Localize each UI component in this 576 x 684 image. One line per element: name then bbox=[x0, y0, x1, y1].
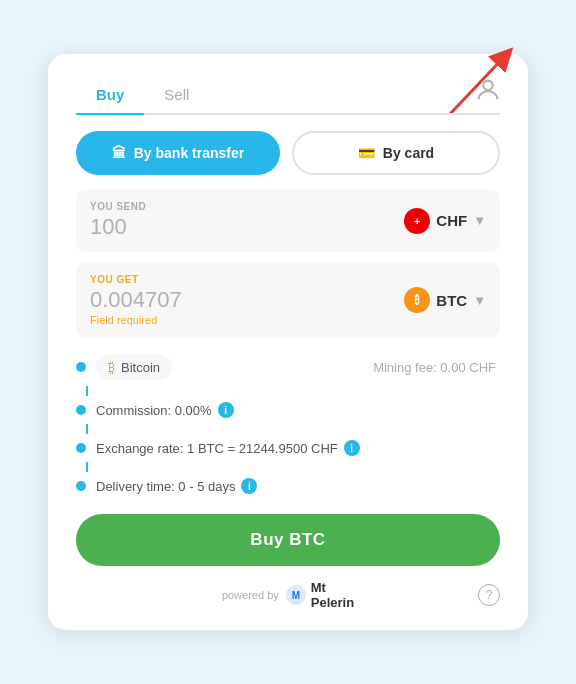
commission-info-icon[interactable]: i bbox=[218, 402, 234, 418]
receive-currency-label: BTC bbox=[436, 292, 467, 309]
send-currency-label: CHF bbox=[436, 212, 467, 229]
bank-icon: 🏛 bbox=[112, 145, 126, 161]
receive-currency-selector[interactable]: ₿ BTC ▼ bbox=[404, 287, 486, 313]
timeline-line-1 bbox=[86, 386, 88, 396]
help-button[interactable]: ? bbox=[478, 584, 500, 606]
timeline-dot-2 bbox=[76, 405, 86, 415]
exchange-rate-info-icon[interactable]: i bbox=[344, 440, 360, 456]
card-button[interactable]: 💳 By card bbox=[292, 131, 500, 175]
delivery-time-text: Delivery time: 0 - 5 days bbox=[96, 479, 235, 494]
timeline-section: ₿ Bitcoin Mining fee: 0.00 CHF Commissio… bbox=[76, 348, 500, 500]
footer: powered by M MtPelerin ? bbox=[76, 580, 500, 610]
send-value: 100 bbox=[90, 214, 146, 240]
buy-button[interactable]: Buy BTC bbox=[76, 514, 500, 566]
btc-flag-icon: ₿ bbox=[404, 287, 430, 313]
bank-label: By bank transfer bbox=[134, 145, 244, 161]
commission-info: Commission: 0.00% i bbox=[96, 402, 234, 418]
receive-value: 0.004707 bbox=[90, 287, 182, 313]
timeline-dot-4 bbox=[76, 481, 86, 491]
tabs-container: Buy Sell bbox=[76, 78, 500, 115]
field-required-text: Field required bbox=[90, 314, 182, 326]
bitcoin-tag: ₿ Bitcoin bbox=[96, 354, 172, 380]
send-currency-selector[interactable]: + CHF ▼ bbox=[404, 208, 486, 234]
send-field: YOU SEND 100 + CHF ▼ bbox=[76, 189, 500, 252]
mt-pelerin-logo: M MtPelerin bbox=[285, 580, 354, 610]
send-field-left: YOU SEND 100 bbox=[90, 201, 146, 240]
mt-pelerin-icon: M bbox=[285, 584, 307, 606]
mining-fee-text: Mining fee: 0.00 CHF bbox=[373, 360, 500, 375]
send-chevron-icon: ▼ bbox=[473, 213, 486, 228]
powered-by-text: powered by bbox=[222, 589, 279, 601]
tab-buy[interactable]: Buy bbox=[76, 78, 144, 113]
timeline-connector-3 bbox=[82, 462, 500, 472]
timeline-connector-1 bbox=[82, 386, 500, 396]
exchange-rate-text: Exchange rate: 1 BTC = 21244.9500 CHF bbox=[96, 441, 338, 456]
tab-sell[interactable]: Sell bbox=[144, 78, 209, 113]
receive-field: YOU GET 0.004707 Field required ₿ BTC ▼ bbox=[76, 262, 500, 338]
payment-methods: 🏛 By bank transfer 💳 By card bbox=[76, 131, 500, 175]
chf-flag-icon: + bbox=[404, 208, 430, 234]
delivery-time-info: Delivery time: 0 - 5 days i bbox=[96, 478, 257, 494]
timeline-connector-2 bbox=[82, 424, 500, 434]
card-icon: 💳 bbox=[358, 145, 375, 161]
receive-label: YOU GET bbox=[90, 274, 182, 285]
svg-text:M: M bbox=[292, 590, 300, 601]
bitcoin-row: ₿ Bitcoin Mining fee: 0.00 CHF bbox=[76, 348, 500, 386]
delivery-time-info-icon[interactable]: i bbox=[241, 478, 257, 494]
exchange-rate-info: Exchange rate: 1 BTC = 21244.9500 CHF i bbox=[96, 440, 360, 456]
commission-row: Commission: 0.00% i bbox=[76, 396, 500, 424]
timeline-dot-3 bbox=[76, 443, 86, 453]
receive-chevron-icon: ▼ bbox=[473, 293, 486, 308]
timeline-dot-1 bbox=[76, 362, 86, 372]
tab-active-indicator bbox=[76, 113, 144, 115]
mt-pelerin-name: MtPelerin bbox=[311, 580, 354, 610]
exchange-rate-row: Exchange rate: 1 BTC = 21244.9500 CHF i bbox=[76, 434, 500, 462]
delivery-time-row: Delivery time: 0 - 5 days i bbox=[76, 472, 500, 500]
send-label: YOU SEND bbox=[90, 201, 146, 212]
bitcoin-mining-content: ₿ Bitcoin Mining fee: 0.00 CHF bbox=[96, 354, 500, 380]
card-label: By card bbox=[383, 145, 434, 161]
bitcoin-name: Bitcoin bbox=[121, 360, 160, 375]
main-card: Buy Sell 🏛 By bank transfer 💳 By card YO… bbox=[48, 54, 528, 630]
commission-text: Commission: 0.00% bbox=[96, 403, 212, 418]
timeline-line-2 bbox=[86, 424, 88, 434]
btc-tag-icon: ₿ bbox=[108, 359, 115, 375]
bank-transfer-button[interactable]: 🏛 By bank transfer bbox=[76, 131, 280, 175]
receive-field-left: YOU GET 0.004707 Field required bbox=[90, 274, 182, 326]
timeline-line-3 bbox=[86, 462, 88, 472]
